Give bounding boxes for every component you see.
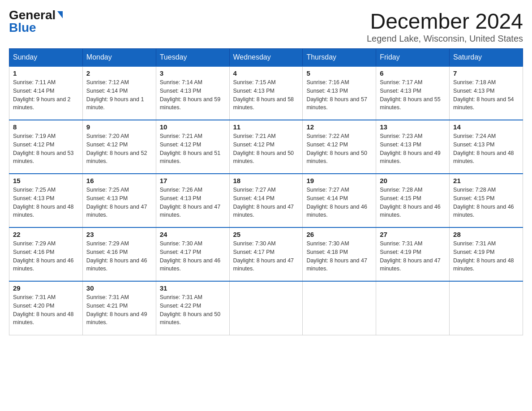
day-number: 23: [86, 231, 152, 238]
calendar-cell: 24 Sunrise: 7:30 AMSunset: 4:17 PMDaylig…: [156, 227, 229, 281]
calendar-cell: 1 Sunrise: 7:11 AMSunset: 4:14 PMDayligh…: [9, 66, 83, 120]
col-tuesday: Tuesday: [156, 49, 229, 67]
day-number: 24: [160, 231, 226, 238]
calendar-cell: 22 Sunrise: 7:29 AMSunset: 4:16 PMDaylig…: [9, 227, 83, 281]
day-number: 6: [380, 69, 446, 77]
day-info: Sunrise: 7:30 AMSunset: 4:18 PMDaylight:…: [306, 240, 367, 272]
calendar-cell: 2 Sunrise: 7:12 AMSunset: 4:14 PMDayligh…: [82, 66, 156, 120]
calendar-cell: [376, 281, 450, 335]
day-number: 10: [160, 123, 226, 131]
calendar-cell: 12 Sunrise: 7:22 AMSunset: 4:12 PMDaylig…: [303, 120, 376, 174]
day-info: Sunrise: 7:23 AMSunset: 4:13 PMDaylight:…: [380, 133, 441, 164]
day-number: 15: [13, 177, 79, 184]
day-info: Sunrise: 7:29 AMSunset: 4:16 PMDaylight:…: [86, 240, 147, 272]
calendar-header-row: Sunday Monday Tuesday Wednesday Thursday…: [9, 49, 523, 67]
calendar-cell: 30 Sunrise: 7:31 AMSunset: 4:21 PMDaylig…: [82, 281, 156, 335]
logo-blue-text: Blue: [9, 21, 36, 34]
day-info: Sunrise: 7:18 AMSunset: 4:13 PMDaylight:…: [453, 79, 514, 111]
day-info: Sunrise: 7:27 AMSunset: 4:14 PMDaylight:…: [306, 187, 367, 218]
day-number: 13: [380, 123, 446, 131]
day-number: 18: [233, 177, 299, 184]
col-thursday: Thursday: [303, 49, 376, 67]
day-number: 4: [233, 69, 299, 77]
calendar-cell: 28 Sunrise: 7:31 AMSunset: 4:19 PMDaylig…: [450, 227, 523, 281]
day-number: 21: [453, 177, 519, 184]
calendar-cell: 9 Sunrise: 7:20 AMSunset: 4:12 PMDayligh…: [82, 120, 156, 174]
calendar-cell: 7 Sunrise: 7:18 AMSunset: 4:13 PMDayligh…: [450, 66, 523, 120]
col-sunday: Sunday: [9, 49, 83, 67]
calendar-cell: 21 Sunrise: 7:28 AMSunset: 4:15 PMDaylig…: [450, 174, 523, 227]
calendar-cell: 8 Sunrise: 7:19 AMSunset: 4:12 PMDayligh…: [9, 120, 83, 174]
calendar-cell: 5 Sunrise: 7:16 AMSunset: 4:13 PMDayligh…: [303, 66, 376, 120]
calendar-week-row-5: 29 Sunrise: 7:31 AMSunset: 4:20 PMDaylig…: [9, 281, 523, 335]
calendar-week-row-2: 8 Sunrise: 7:19 AMSunset: 4:12 PMDayligh…: [9, 120, 523, 174]
day-number: 14: [453, 123, 519, 131]
day-info: Sunrise: 7:20 AMSunset: 4:12 PMDaylight:…: [86, 133, 147, 164]
calendar-cell: 23 Sunrise: 7:29 AMSunset: 4:16 PMDaylig…: [82, 227, 156, 281]
calendar-week-row-3: 15 Sunrise: 7:25 AMSunset: 4:13 PMDaylig…: [9, 174, 523, 227]
day-number: 27: [380, 231, 446, 238]
calendar-cell: 11 Sunrise: 7:21 AMSunset: 4:12 PMDaylig…: [229, 120, 303, 174]
logo: General Blue: [9, 9, 63, 34]
calendar-cell: 10 Sunrise: 7:21 AMSunset: 4:12 PMDaylig…: [156, 120, 229, 174]
calendar-cell: 6 Sunrise: 7:17 AMSunset: 4:13 PMDayligh…: [376, 66, 450, 120]
day-number: 29: [13, 284, 79, 292]
calendar-cell: 18 Sunrise: 7:27 AMSunset: 4:14 PMDaylig…: [229, 174, 303, 227]
day-info: Sunrise: 7:14 AMSunset: 4:13 PMDaylight:…: [160, 79, 221, 111]
day-info: Sunrise: 7:31 AMSunset: 4:21 PMDaylight:…: [86, 294, 147, 325]
day-info: Sunrise: 7:29 AMSunset: 4:16 PMDaylight:…: [13, 240, 74, 272]
col-wednesday: Wednesday: [229, 49, 303, 67]
day-number: 1: [13, 69, 79, 77]
location-subtitle: Legend Lake, Wisconsin, United States: [367, 34, 523, 44]
calendar-week-row-1: 1 Sunrise: 7:11 AMSunset: 4:14 PMDayligh…: [9, 66, 523, 120]
day-number: 19: [306, 177, 372, 184]
day-number: 22: [13, 231, 79, 238]
calendar-cell: 16 Sunrise: 7:25 AMSunset: 4:13 PMDaylig…: [82, 174, 156, 227]
col-friday: Friday: [376, 49, 450, 67]
day-info: Sunrise: 7:30 AMSunset: 4:17 PMDaylight:…: [160, 240, 221, 272]
day-info: Sunrise: 7:21 AMSunset: 4:12 PMDaylight:…: [233, 133, 294, 164]
title-section: December 2024 Legend Lake, Wisconsin, Un…: [367, 9, 523, 44]
day-number: 31: [160, 284, 226, 292]
month-title: December 2024: [367, 9, 523, 34]
day-info: Sunrise: 7:16 AMSunset: 4:13 PMDaylight:…: [306, 79, 367, 111]
day-info: Sunrise: 7:11 AMSunset: 4:14 PMDaylight:…: [13, 79, 71, 111]
calendar-cell: 3 Sunrise: 7:14 AMSunset: 4:13 PMDayligh…: [156, 66, 229, 120]
day-number: 2: [86, 69, 152, 77]
day-info: Sunrise: 7:17 AMSunset: 4:13 PMDaylight:…: [380, 79, 441, 111]
day-info: Sunrise: 7:15 AMSunset: 4:13 PMDaylight:…: [233, 79, 294, 111]
day-number: 5: [306, 69, 372, 77]
page-header: General Blue December 2024 Legend Lake, …: [9, 9, 523, 44]
calendar-cell: 19 Sunrise: 7:27 AMSunset: 4:14 PMDaylig…: [303, 174, 376, 227]
calendar-cell: 20 Sunrise: 7:28 AMSunset: 4:15 PMDaylig…: [376, 174, 450, 227]
calendar-cell: 25 Sunrise: 7:30 AMSunset: 4:17 PMDaylig…: [229, 227, 303, 281]
day-info: Sunrise: 7:30 AMSunset: 4:17 PMDaylight:…: [233, 240, 294, 272]
day-number: 17: [160, 177, 226, 184]
day-number: 8: [13, 123, 79, 131]
calendar-cell: 31 Sunrise: 7:31 AMSunset: 4:22 PMDaylig…: [156, 281, 229, 335]
calendar-cell: 29 Sunrise: 7:31 AMSunset: 4:20 PMDaylig…: [9, 281, 83, 335]
day-info: Sunrise: 7:25 AMSunset: 4:13 PMDaylight:…: [86, 187, 147, 218]
day-number: 12: [306, 123, 372, 131]
day-info: Sunrise: 7:31 AMSunset: 4:19 PMDaylight:…: [380, 240, 441, 272]
day-number: 3: [160, 69, 226, 77]
day-info: Sunrise: 7:25 AMSunset: 4:13 PMDaylight:…: [13, 187, 74, 218]
day-info: Sunrise: 7:12 AMSunset: 4:14 PMDaylight:…: [86, 79, 144, 111]
logo-general-text: General: [9, 9, 56, 21]
day-number: 20: [380, 177, 446, 184]
calendar-cell: 17 Sunrise: 7:26 AMSunset: 4:13 PMDaylig…: [156, 174, 229, 227]
day-info: Sunrise: 7:27 AMSunset: 4:14 PMDaylight:…: [233, 187, 294, 218]
day-info: Sunrise: 7:21 AMSunset: 4:12 PMDaylight:…: [160, 133, 221, 164]
calendar-cell: 4 Sunrise: 7:15 AMSunset: 4:13 PMDayligh…: [229, 66, 303, 120]
day-number: 9: [86, 123, 152, 131]
calendar-cell: [450, 281, 523, 335]
day-number: 26: [306, 231, 372, 238]
day-number: 16: [86, 177, 152, 184]
calendar-cell: 13 Sunrise: 7:23 AMSunset: 4:13 PMDaylig…: [376, 120, 450, 174]
calendar-cell: [229, 281, 303, 335]
day-info: Sunrise: 7:19 AMSunset: 4:12 PMDaylight:…: [13, 133, 74, 164]
day-info: Sunrise: 7:31 AMSunset: 4:22 PMDaylight:…: [160, 294, 221, 325]
calendar-cell: 27 Sunrise: 7:31 AMSunset: 4:19 PMDaylig…: [376, 227, 450, 281]
day-info: Sunrise: 7:28 AMSunset: 4:15 PMDaylight:…: [380, 187, 441, 218]
day-info: Sunrise: 7:28 AMSunset: 4:15 PMDaylight:…: [453, 187, 514, 218]
